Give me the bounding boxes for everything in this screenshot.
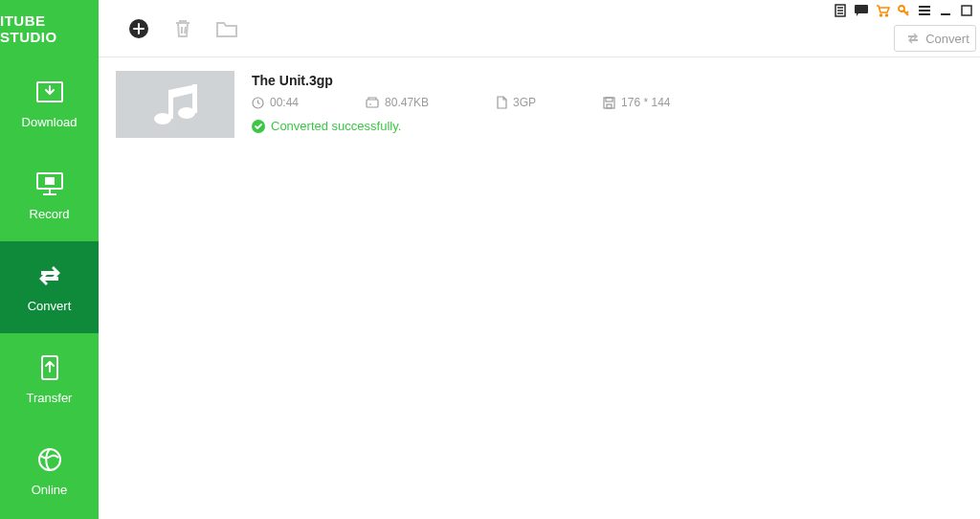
add-button[interactable]: [125, 15, 152, 42]
file-list: The Unit.3gp 00:44 80.47KB 3GP: [99, 57, 980, 151]
brand-title: ITUBE STUDIO: [0, 0, 99, 57]
clock-icon: [252, 97, 264, 109]
resolution-value: 176 * 144: [621, 96, 670, 109]
sidebar-item-online[interactable]: Online: [0, 425, 99, 517]
file-icon: [496, 96, 507, 109]
sidebar-item-label: Transfer: [27, 391, 73, 405]
svg-rect-4: [46, 178, 54, 184]
main: Convert The Unit.3gp 00:44 80.47KB: [99, 0, 980, 519]
file-meta: The Unit.3gp 00:44 80.47KB 3GP: [234, 71, 963, 138]
duration-stat: 00:44: [252, 96, 299, 109]
thumbnail: [116, 71, 234, 138]
format-value: 3GP: [513, 96, 536, 109]
check-circle-icon: [252, 120, 265, 133]
menu-icon[interactable]: [917, 3, 932, 18]
duration-value: 00:44: [270, 96, 299, 109]
svg-rect-12: [855, 5, 868, 13]
convert-arrows-icon: [906, 32, 920, 45]
svg-rect-29: [607, 104, 612, 108]
sidebar: ITUBE STUDIO Download Record Convert Tra…: [0, 0, 99, 519]
disk-icon: [366, 97, 379, 108]
size-value: 80.47KB: [385, 96, 429, 109]
svg-point-13: [880, 14, 881, 16]
globe-icon: [33, 446, 67, 473]
delete-button[interactable]: [169, 15, 196, 42]
file-name: The Unit.3gp: [252, 73, 963, 88]
convert-button[interactable]: Convert: [894, 25, 976, 52]
sidebar-item-label: Online: [32, 483, 68, 497]
key-icon[interactable]: [896, 3, 911, 18]
save-icon: [603, 97, 615, 109]
minimize-icon[interactable]: [938, 3, 953, 18]
status-text: Converted successfully.: [271, 119, 401, 133]
window-controls: [833, 3, 974, 18]
convert-icon: [33, 262, 67, 289]
svg-rect-20: [962, 6, 971, 15]
download-icon: [33, 79, 67, 105]
sidebar-item-label: Record: [30, 207, 70, 221]
sidebar-item-convert[interactable]: Convert: [0, 241, 99, 333]
svg-rect-28: [606, 98, 612, 102]
svg-point-14: [885, 14, 887, 16]
file-stats: 00:44 80.47KB 3GP 176 * 144: [252, 96, 963, 109]
sidebar-item-label: Convert: [28, 299, 72, 313]
size-stat: 80.47KB: [366, 96, 429, 109]
format-stat: 3GP: [496, 96, 536, 109]
status-row: Converted successfully.: [252, 119, 963, 133]
sidebar-item-download[interactable]: Download: [0, 57, 99, 149]
file-row[interactable]: The Unit.3gp 00:44 80.47KB 3GP: [116, 71, 963, 138]
svg-point-6: [39, 449, 60, 470]
toolbar: Convert: [99, 0, 980, 57]
transfer-icon: [33, 354, 67, 381]
resolution-stat: 176 * 144: [603, 96, 670, 109]
record-icon: [33, 170, 67, 197]
maximize-icon[interactable]: [959, 3, 974, 18]
cart-icon[interactable]: [875, 3, 890, 18]
sidebar-item-transfer[interactable]: Transfer: [0, 333, 99, 425]
folder-button[interactable]: [213, 15, 240, 42]
sidebar-item-record[interactable]: Record: [0, 149, 99, 241]
chat-icon[interactable]: [854, 3, 869, 18]
convert-button-label: Convert: [925, 32, 969, 46]
sidebar-item-label: Download: [22, 115, 78, 129]
doc-icon[interactable]: [833, 3, 848, 18]
svg-rect-26: [367, 100, 378, 107]
